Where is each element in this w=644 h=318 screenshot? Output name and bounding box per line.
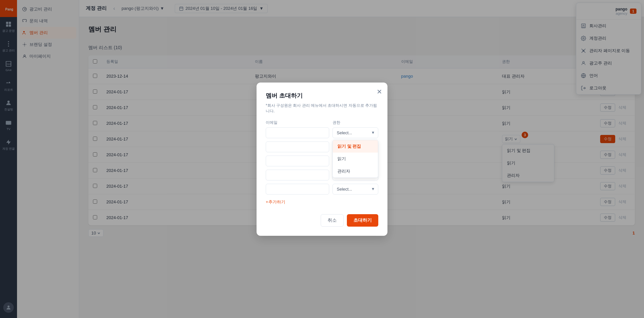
modal-close-button[interactable]: ✕ <box>377 88 382 96</box>
perm-option-read-edit[interactable]: 읽기 및 편집 <box>333 140 378 153</box>
modal-overlay: ✕ 멤버 초대하기 *회사 구성원은 회사 관리 메뉴에서 초대하시면 자동으로… <box>0 0 644 318</box>
permission-dropdown-open: 읽기 및 편집 읽기 관리자 <box>332 140 378 178</box>
modal-title: 멤버 초대하기 <box>266 92 378 100</box>
modal-footer: 취소 초대하기 <box>266 214 378 227</box>
email-col-label: 이메일 <box>266 120 329 125</box>
perm-option-admin[interactable]: 관리자 <box>333 165 378 178</box>
modal-permission-select-0[interactable]: Select... 읽기 및 편집 읽기 관리자 <box>332 127 378 138</box>
invite-modal: ✕ 멤버 초대하기 *회사 구성원은 회사 관리 메뉴에서 초대하시면 자동으로… <box>257 83 387 236</box>
modal-email-input-2[interactable] <box>266 156 329 166</box>
modal-permission-select-4[interactable]: Select... 읽기 및 편집 읽기 관리자 <box>332 184 378 195</box>
permission-col-label: 권한 <box>332 120 378 125</box>
perm-option-read[interactable]: 읽기 <box>333 153 378 165</box>
modal-email-input-0[interactable] <box>266 127 329 138</box>
add-more-button[interactable]: +추가하기 <box>266 198 285 206</box>
modal-email-input-4[interactable] <box>266 184 329 195</box>
modal-email-input-3[interactable] <box>266 170 329 180</box>
modal-invite-row-0: Select... 읽기 및 편집 읽기 관리자 ▼ 읽기 및 편집 읽기 관리… <box>266 127 378 138</box>
modal-invite-row-4: Select... 읽기 및 편집 읽기 관리자 ▼ <box>266 184 378 195</box>
modal-submit-button[interactable]: 초대하기 <box>347 214 378 227</box>
modal-permission-wrap-0: Select... 읽기 및 편집 읽기 관리자 ▼ 읽기 및 편집 읽기 관리… <box>332 127 378 138</box>
modal-email-input-1[interactable] <box>266 141 329 152</box>
modal-cancel-button[interactable]: 취소 <box>321 214 344 227</box>
modal-note: *회사 구성원은 회사 관리 메뉴에서 초대하시면 자동으로 추가됩니다. <box>266 103 378 114</box>
modal-permission-wrap-4: Select... 읽기 및 편집 읽기 관리자 ▼ <box>332 184 378 195</box>
